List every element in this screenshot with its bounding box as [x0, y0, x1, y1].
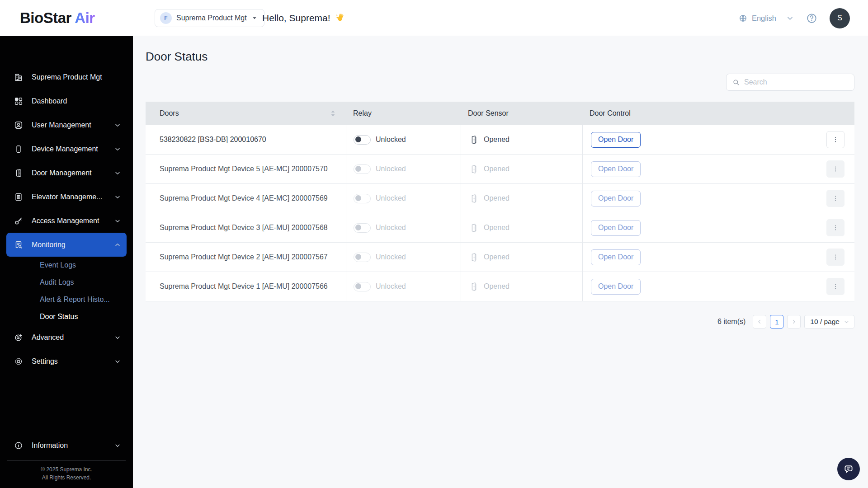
open-door-button[interactable]: Open Door [591, 279, 641, 295]
logo-primary: BioStar [20, 9, 71, 26]
sidebar-item-settings[interactable]: Settings [0, 349, 133, 373]
search-box [726, 74, 854, 91]
open-door-button[interactable]: Open Door [591, 220, 641, 236]
chevron-down-icon [114, 169, 121, 177]
sidebar-item-label: Advanced [32, 333, 64, 342]
dashboard-icon [14, 96, 24, 106]
sidebar-item-door-management[interactable]: Door Management [0, 161, 133, 185]
toggle-knob [355, 195, 361, 201]
kebab-icon [832, 224, 839, 231]
toggle-knob [355, 283, 361, 289]
sidebar-item-event-logs[interactable]: Event Logs [0, 257, 133, 274]
table-row: Suprema Product Mgt Device 1 [AE-MU] 200… [146, 272, 854, 301]
door-open-icon [468, 135, 479, 145]
door-name: Suprema Product Mgt Device 1 [AE-MU] 200… [160, 282, 328, 291]
settings-icon [14, 357, 24, 366]
language-label: English [752, 14, 776, 23]
sidebar-item-audit-logs[interactable]: Audit Logs [0, 274, 133, 291]
open-door-button[interactable]: Open Door [591, 161, 641, 177]
caret-down-icon [251, 15, 258, 21]
next-page-button[interactable] [787, 315, 801, 328]
page-title: Door Status [146, 50, 854, 64]
door-sensor-cell: Opened [461, 155, 582, 183]
sidebar-item-label: Dashboard [32, 97, 67, 105]
door-name-cell: Suprema Product Mgt Device 2 [AE-MU] 200… [146, 243, 346, 272]
sidebar-item-elevator-manageme[interactable]: Elevator Manageme... [0, 185, 133, 209]
relay-toggle[interactable] [354, 194, 371, 203]
chevron-down-icon [844, 319, 849, 325]
open-door-button[interactable]: Open Door [591, 132, 641, 148]
language-switcher[interactable]: English [738, 14, 776, 23]
sidebar-item-label: Access Management [32, 217, 99, 225]
row-menu-button[interactable] [826, 160, 844, 178]
row-menu-button[interactable] [826, 190, 844, 207]
search-icon [732, 78, 740, 86]
sidebar-item-label: Audit Logs [40, 278, 74, 286]
door-control-cell: Open Door [582, 155, 854, 183]
sidebar-item-information[interactable]: Information [0, 433, 133, 457]
relay-state-label: Unlocked [376, 224, 406, 232]
sidebar-item-advanced[interactable]: Advanced [0, 325, 133, 349]
door-name-cell: 538230822 [BS3-DB] 200010670 [146, 125, 346, 154]
row-menu-button[interactable] [826, 219, 844, 236]
app-logo[interactable]: BioStar Air [20, 9, 95, 27]
chevron-down-icon [114, 145, 121, 153]
page-size-select[interactable]: 10 / page [804, 315, 854, 328]
page-1-button[interactable]: 1 [770, 315, 783, 328]
table-row: Suprema Product Mgt Device 3 [AE-MU] 200… [146, 213, 854, 243]
sidebar-info-slot: Information [0, 433, 133, 457]
org-selector-label: Suprema Product Mgt [176, 14, 247, 22]
column-header-doors[interactable]: Doors [146, 109, 346, 117]
relay-toggle[interactable] [354, 253, 371, 262]
open-door-button[interactable]: Open Door [591, 191, 641, 206]
door-name-cell: Suprema Product Mgt Device 5 [AE-MC] 200… [146, 155, 346, 183]
prev-page-button[interactable] [753, 315, 766, 328]
open-door-button[interactable]: Open Door [591, 249, 641, 265]
wave-emoji-icon [335, 13, 345, 23]
relay-cell: Unlocked [346, 155, 461, 183]
info-icon [14, 441, 24, 450]
sidebar-item-label: Elevator Manageme... [32, 193, 103, 201]
row-menu-button[interactable] [826, 249, 844, 266]
avatar[interactable]: S [830, 8, 850, 28]
sidebar-item-access-management[interactable]: Access Management [0, 209, 133, 233]
sidebar-item-alert-report-histo[interactable]: Alert & Report Histo... [0, 291, 133, 308]
sidebar-item-label: Alert & Report Histo... [40, 296, 110, 304]
row-menu-button[interactable] [826, 131, 844, 148]
sidebar-item-dashboard[interactable]: Dashboard [0, 89, 133, 113]
org-selector[interactable]: F Suprema Product Mgt [155, 9, 264, 27]
relay-toggle[interactable] [354, 223, 371, 233]
key-icon [14, 216, 24, 226]
monitoring-icon [14, 240, 24, 250]
sidebar-item-device-management[interactable]: Device Management [0, 137, 133, 161]
door-sensor-cell: Opened [461, 184, 582, 213]
advanced-icon [14, 333, 24, 343]
door-control-cell: Open Door [582, 243, 854, 272]
relay-state-label: Unlocked [376, 165, 406, 173]
kebab-icon [832, 195, 839, 202]
chevron-down-icon [114, 217, 121, 225]
sidebar-item-user-management[interactable]: User Management [0, 113, 133, 137]
row-menu-button[interactable] [826, 278, 844, 295]
door-sensor-label: Opened [484, 194, 509, 202]
copyright-line2: All Rights Reserved. [0, 474, 133, 482]
column-header-door-sensor: Door Sensor [461, 109, 582, 117]
relay-toggle[interactable] [354, 282, 371, 291]
relay-toggle[interactable] [354, 135, 371, 145]
sort-icon[interactable] [330, 110, 336, 117]
door-name: 538230822 [BS3-DB] 200010670 [160, 136, 266, 144]
sidebar-item-suprema-product-mgt[interactable]: Suprema Product Mgt [0, 65, 133, 89]
door-open-icon [468, 223, 479, 233]
chevron-down-icon[interactable] [786, 14, 794, 22]
chat-button[interactable] [837, 458, 860, 480]
help-icon[interactable] [806, 12, 818, 24]
sidebar-item-monitoring[interactable]: Monitoring [6, 233, 127, 257]
search-input[interactable] [744, 78, 849, 86]
door-open-icon [468, 252, 479, 263]
relay-toggle[interactable] [354, 164, 371, 174]
building-icon [14, 72, 24, 82]
chevron-down-icon [114, 442, 121, 449]
sidebar-item-door-status[interactable]: Door Status [0, 308, 133, 325]
user-icon [14, 120, 24, 130]
column-header-relay: Relay [346, 109, 461, 117]
